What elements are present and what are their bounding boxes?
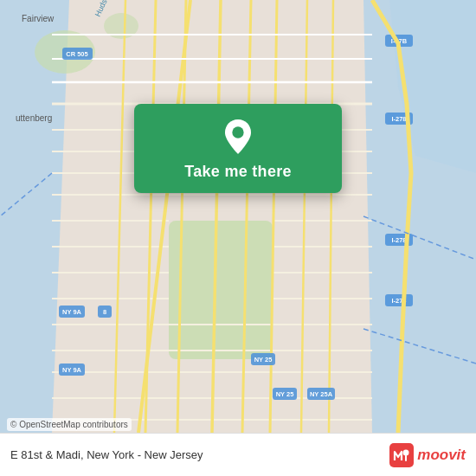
svg-text:8: 8: [103, 308, 106, 316]
take-me-button-label: Take me there: [184, 163, 292, 181]
bottom-bar: E 81st & Madi, New York - New Jersey moo…: [0, 433, 476, 476]
svg-text:uttenberg: uttenberg: [16, 113, 52, 123]
moovit-brand-text: moovit: [417, 447, 466, 464]
svg-text:Fairview: Fairview: [22, 14, 55, 23]
take-me-card[interactable]: Take me there: [134, 104, 342, 193]
svg-text:NY 9A: NY 9A: [62, 308, 82, 316]
map-attribution: © OpenStreetMap contributors: [7, 418, 132, 431]
moovit-logo-icon: [389, 443, 414, 467]
svg-text:I-278: I-278: [391, 236, 406, 244]
svg-text:NY 25A: NY 25A: [310, 390, 333, 398]
moovit-logo: moovit: [389, 443, 466, 467]
svg-point-66: [232, 126, 243, 138]
location-pin-icon: [221, 119, 255, 154]
svg-text:NY 25: NY 25: [276, 390, 294, 398]
location-label: E 81st & Madi, New York - New Jersey: [10, 448, 389, 461]
svg-point-68: [403, 449, 409, 455]
map-container: NY 9A NY 9A NY 25 NY 25A NY 25 I-278 I-2…: [0, 0, 476, 433]
svg-rect-4: [169, 221, 273, 359]
svg-text:I-278: I-278: [391, 115, 406, 123]
svg-text:NY 25: NY 25: [254, 356, 273, 363]
svg-text:NY 9A: NY 9A: [62, 366, 82, 374]
svg-text:CR 505: CR 505: [66, 50, 87, 58]
